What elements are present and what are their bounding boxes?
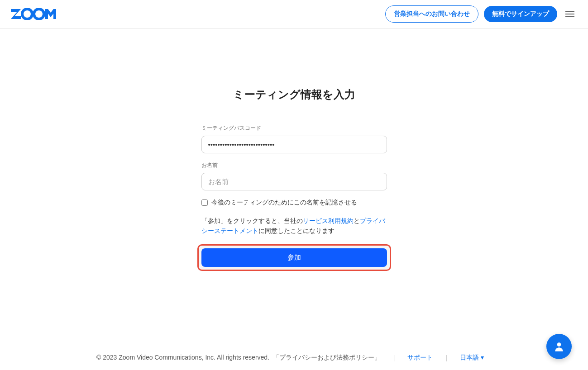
consent-suffix: に同意したことになります bbox=[258, 227, 335, 234]
join-button[interactable]: 参加 bbox=[201, 248, 387, 267]
terms-link[interactable]: サービス利用規約 bbox=[303, 217, 354, 224]
join-form: ミーティング情報を入力 ミーティングパスコード お名前 今後のミーティングのため… bbox=[201, 87, 387, 271]
support-link[interactable]: サポート bbox=[407, 354, 433, 362]
footer-divider: | bbox=[393, 354, 395, 361]
consent-text: 「参加」をクリックすると、当社のサービス利用規約とプライバシーステートメントに同… bbox=[201, 216, 387, 236]
name-group: お名前 bbox=[201, 161, 387, 190]
consent-prefix: 「参加」をクリックすると、当社の bbox=[201, 217, 303, 224]
person-icon bbox=[553, 341, 565, 352]
remember-checkbox-row: 今後のミーティングのためにこの名前を記憶させる bbox=[201, 199, 387, 207]
svg-point-0 bbox=[22, 9, 32, 19]
name-label: お名前 bbox=[201, 161, 387, 169]
chevron-down-icon: ▾ bbox=[481, 354, 484, 361]
header-actions: 営業担当へのお問い合わせ 無料でサインアップ bbox=[385, 5, 577, 23]
language-selector[interactable]: 日本語 ▾ bbox=[460, 354, 484, 362]
footer-divider: | bbox=[445, 354, 447, 361]
svg-point-1 bbox=[34, 9, 44, 19]
policy-link-text: 「プライバシーおよび法務ポリシー」 bbox=[273, 354, 381, 361]
remember-label[interactable]: 今後のミーティングのためにこの名前を記憶させる bbox=[211, 199, 357, 207]
svg-point-2 bbox=[557, 342, 561, 346]
page-title: ミーティング情報を入力 bbox=[201, 87, 387, 102]
contact-sales-button[interactable]: 営業担当へのお問い合わせ bbox=[385, 5, 478, 23]
passcode-label: ミーティングパスコード bbox=[201, 124, 387, 132]
hamburger-menu-icon[interactable] bbox=[563, 8, 577, 20]
zoom-logo[interactable] bbox=[11, 8, 61, 20]
footer: © 2023 Zoom Video Communications, Inc. A… bbox=[0, 346, 580, 370]
passcode-group: ミーティングパスコード bbox=[201, 124, 387, 153]
signup-free-button[interactable]: 無料でサインアップ bbox=[484, 6, 557, 22]
header: 営業担当へのお問い合わせ 無料でサインアップ bbox=[0, 0, 588, 28]
name-input[interactable] bbox=[201, 173, 387, 190]
remember-checkbox[interactable] bbox=[201, 199, 208, 206]
main-content: ミーティング情報を入力 ミーティングパスコード お名前 今後のミーティングのため… bbox=[0, 28, 588, 271]
chat-support-button[interactable] bbox=[546, 334, 572, 359]
join-button-highlight: 参加 bbox=[197, 244, 391, 271]
footer-copyright: © 2023 Zoom Video Communications, Inc. A… bbox=[96, 354, 381, 362]
passcode-input[interactable] bbox=[201, 136, 387, 153]
consent-mid: と bbox=[354, 217, 360, 224]
